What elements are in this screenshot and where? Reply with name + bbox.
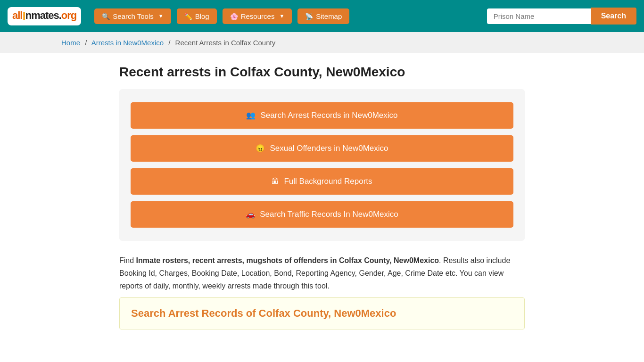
- search-arrest-records-button[interactable]: Search Arrest Records in New0Mexico: [131, 102, 513, 129]
- sexual-offenders-label: Sexual Offenders in New0Mexico: [270, 144, 388, 153]
- breadcrumb-sep-2: /: [168, 39, 170, 47]
- chevron-down-icon: ▼: [158, 13, 164, 19]
- sitemap-icon: [305, 12, 313, 20]
- main-content: Recent arrests in Colfax County, New0Mex…: [110, 53, 534, 341]
- prison-name-input[interactable]: [487, 8, 591, 24]
- breadcrumb-current: Recent Arrests in Colfax County: [175, 39, 276, 47]
- action-card: Search Arrest Records in New0Mexico Sexu…: [119, 89, 525, 241]
- traffic-records-button[interactable]: Search Traffic Records In New0Mexico: [131, 201, 513, 228]
- car-icon: [246, 210, 255, 219]
- prison-search-button[interactable]: Search: [591, 8, 636, 25]
- page-title: Recent arrests in Colfax County, New0Mex…: [119, 65, 525, 80]
- breadcrumb: Home / Arrests in New0Mexico / Recent Ar…: [0, 32, 644, 53]
- prison-search-container: Search: [487, 8, 636, 25]
- search-tools-label: Search Tools: [113, 12, 153, 20]
- breadcrumb-arrests[interactable]: Arrests in New0Mexico: [91, 39, 164, 47]
- description-text: Find Inmate rosters, recent arrests, mug…: [119, 254, 525, 293]
- resources-button[interactable]: Resources ▼: [223, 8, 292, 24]
- search-icon: [102, 12, 110, 20]
- background-reports-button[interactable]: Full Background Reports: [131, 168, 513, 195]
- logo-box: allInmates.org: [8, 7, 81, 25]
- resources-label: Resources: [241, 12, 275, 20]
- sitemap-label: Sitemap: [316, 12, 342, 20]
- navbar: allInmates.org Search Tools ▼ Blog Resou…: [0, 0, 644, 32]
- blog-label: Blog: [195, 12, 209, 20]
- breadcrumb-home[interactable]: Home: [61, 39, 80, 47]
- building-icon: [272, 177, 279, 186]
- chevron-down-icon-resources: ▼: [279, 13, 284, 19]
- description-bold: Inmate rosters, recent arrests, mugshots…: [136, 256, 439, 264]
- search-tools-button[interactable]: Search Tools ▼: [94, 8, 171, 24]
- offender-icon: [256, 144, 265, 153]
- breadcrumb-sep-1: /: [85, 39, 87, 47]
- blog-button[interactable]: Blog: [177, 8, 217, 24]
- sexual-offenders-button[interactable]: Sexual Offenders in New0Mexico: [131, 135, 513, 162]
- people-icon: [246, 111, 256, 120]
- bottom-section-title: Search Arrest Records of Colfax County, …: [131, 307, 513, 320]
- description-prefix: Find: [119, 256, 136, 264]
- logo[interactable]: allInmates.org: [8, 7, 81, 25]
- search-arrest-records-label: Search Arrest Records in New0Mexico: [260, 111, 397, 120]
- background-reports-label: Full Background Reports: [284, 177, 372, 186]
- bottom-section: Search Arrest Records of Colfax County, …: [119, 297, 525, 329]
- resources-icon: [230, 12, 238, 20]
- sitemap-button[interactable]: Sitemap: [297, 8, 349, 24]
- prison-search-label: Search: [601, 12, 626, 20]
- blog-icon: [184, 12, 192, 20]
- traffic-records-label: Search Traffic Records In New0Mexico: [260, 210, 398, 219]
